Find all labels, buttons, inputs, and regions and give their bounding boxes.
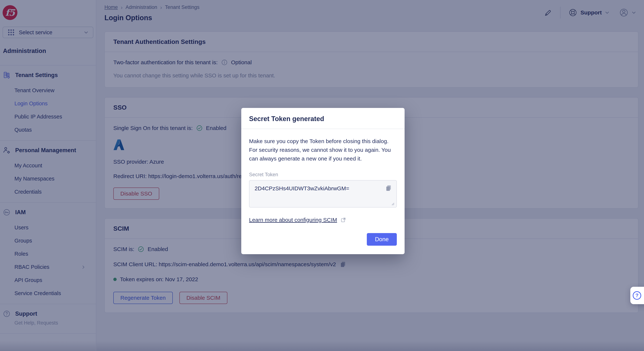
secret-token-modal: Secret Token generated Make sure you cop… (241, 108, 404, 254)
secret-token-label: Secret Token (249, 172, 397, 178)
resize-handle[interactable] (391, 202, 394, 206)
modal-body-text: Make sure you copy the Token before clos… (249, 137, 397, 163)
modal-title: Secret Token generated (241, 108, 404, 129)
help-fab-button[interactable]: ? (630, 287, 644, 304)
external-link-icon (340, 217, 346, 223)
secret-token-value: 2D4CPzSHs4UIDWT3wZvkiAbrwGM= (254, 185, 349, 192)
learn-more-link[interactable]: Learn more about configuring SCIM (249, 217, 337, 223)
question-circle-icon: ? (633, 291, 641, 300)
copy-icon[interactable] (384, 184, 392, 192)
done-button[interactable]: Done (367, 233, 397, 246)
secret-token-field[interactable]: 2D4CPzSHs4UIDWT3wZvkiAbrwGM= (249, 180, 397, 208)
